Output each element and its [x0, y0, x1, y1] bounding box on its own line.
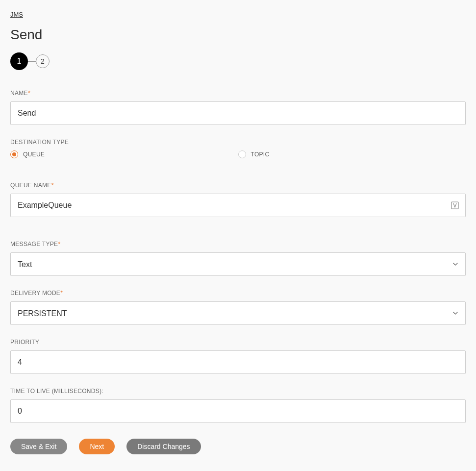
step-2[interactable]: 2	[36, 54, 50, 68]
field-group-queue-name: QUEUE NAME*	[10, 182, 466, 217]
ttl-label: TIME TO LIVE (MILLISECONDS):	[10, 388, 466, 395]
svg-rect-0	[451, 202, 458, 209]
name-label-text: NAME	[10, 90, 28, 97]
priority-input[interactable]	[10, 350, 466, 374]
name-label: NAME*	[10, 90, 466, 97]
delivery-mode-label-text: DELIVERY MODE	[10, 290, 60, 297]
required-asterisk: *	[58, 241, 60, 248]
required-asterisk: *	[28, 90, 30, 97]
field-group-ttl: TIME TO LIVE (MILLISECONDS):	[10, 388, 466, 423]
delivery-mode-select[interactable]: PERSISTENT	[10, 301, 466, 325]
required-asterisk: *	[51, 182, 54, 189]
field-group-name: NAME*	[10, 90, 466, 125]
message-type-label-text: MESSAGE TYPE	[10, 241, 58, 248]
radio-label-topic: TOPIC	[251, 151, 270, 158]
page-title: Send	[10, 27, 466, 43]
field-group-destination-type: DESTINATION TYPE QUEUE TOPIC	[10, 139, 466, 168]
field-group-delivery-mode: DELIVERY MODE* PERSISTENT	[10, 290, 466, 325]
ttl-input[interactable]	[10, 399, 466, 423]
step-1[interactable]: 1	[10, 52, 28, 70]
button-row: Save & Exit Next Discard Changes	[10, 439, 466, 454]
queue-name-label-text: QUEUE NAME	[10, 182, 51, 189]
discard-button[interactable]: Discard Changes	[126, 439, 200, 454]
radio-dot	[12, 152, 16, 156]
radio-option-topic[interactable]: TOPIC	[238, 150, 466, 158]
radio-label-queue: QUEUE	[23, 151, 45, 158]
wizard-stepper: 1 2	[10, 52, 466, 70]
queue-name-label: QUEUE NAME*	[10, 182, 466, 189]
radio-circle-queue	[10, 150, 18, 158]
field-group-message-type: MESSAGE TYPE* Text	[10, 241, 466, 276]
variable-icon[interactable]	[451, 201, 459, 209]
step-connector	[28, 61, 36, 62]
destination-type-radio-group: QUEUE TOPIC	[10, 150, 466, 158]
breadcrumb-jms[interactable]: JMS	[10, 11, 23, 18]
message-type-label: MESSAGE TYPE*	[10, 241, 466, 248]
radio-circle-topic	[238, 150, 246, 158]
message-type-select[interactable]: Text	[10, 252, 466, 276]
name-input[interactable]	[10, 101, 466, 125]
save-exit-button[interactable]: Save & Exit	[10, 439, 67, 454]
next-button[interactable]: Next	[79, 439, 115, 454]
delivery-mode-label: DELIVERY MODE*	[10, 290, 466, 297]
radio-option-queue[interactable]: QUEUE	[10, 150, 238, 158]
required-asterisk: *	[60, 290, 63, 297]
destination-type-label: DESTINATION TYPE	[10, 139, 466, 146]
queue-name-input[interactable]	[10, 194, 466, 217]
priority-label: PRIORITY	[10, 339, 466, 346]
field-group-priority: PRIORITY	[10, 339, 466, 374]
